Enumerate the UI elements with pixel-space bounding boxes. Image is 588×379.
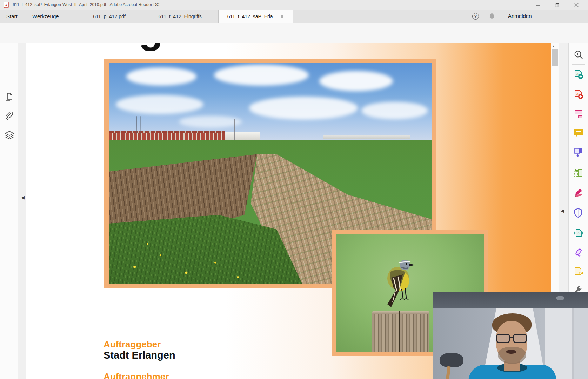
pdf-file-icon: A bbox=[4, 2, 9, 8]
glasses-left-lens-icon bbox=[496, 334, 510, 343]
crane-mast bbox=[234, 119, 235, 140]
yellow-wagtail-bird bbox=[377, 257, 419, 313]
rail-divider bbox=[572, 64, 585, 65]
help-icon[interactable]: ? bbox=[472, 13, 479, 20]
contractor-label: Auftragnehmer bbox=[103, 371, 169, 379]
export-pdf-icon[interactable]: A bbox=[574, 69, 583, 79]
help-glyph: ? bbox=[474, 14, 477, 19]
restore-button[interactable] bbox=[549, 0, 565, 10]
page-thumbnails-icon[interactable] bbox=[5, 93, 14, 102]
protect-icon[interactable] bbox=[574, 208, 583, 218]
svg-text:A: A bbox=[577, 232, 580, 235]
doc-tab-3-label: 611_t_412_saP_Erla... bbox=[227, 14, 277, 19]
desk-lamp bbox=[440, 353, 463, 367]
sign-pen-icon[interactable] bbox=[574, 248, 583, 258]
doc-tab-1[interactable]: 611_p_412.pdf bbox=[73, 10, 146, 23]
clipped-heading-text: g bbox=[139, 43, 163, 49]
tab-werkzeuge-label: Werkzeuge bbox=[32, 13, 59, 19]
acrobat-window: { "titlebar": { "title": "611_t_412_saP_… bbox=[0, 0, 588, 379]
attachments-icon[interactable] bbox=[5, 111, 14, 120]
comment-tool-icon[interactable] bbox=[574, 129, 583, 139]
scrollbar-up-icon[interactable]: ▴ bbox=[553, 44, 555, 48]
zoom-tools-icon[interactable] bbox=[574, 50, 583, 60]
client-name: Stadt Erlangen bbox=[103, 350, 175, 361]
main-toolbar: / 55 134% ▾ ▾ Freigeben bbox=[0, 23, 588, 43]
tab-werkzeuge[interactable]: Werkzeuge bbox=[31, 10, 60, 23]
power-pylon bbox=[136, 116, 141, 134]
white-buildings bbox=[225, 132, 260, 140]
doc-tab-1-label: 611_p_412.pdf bbox=[93, 14, 125, 19]
person-mouth bbox=[506, 350, 516, 354]
tab-start[interactable]: Start bbox=[5, 10, 19, 23]
compress-pdf-icon[interactable]: A bbox=[574, 228, 583, 238]
edit-pdf-icon[interactable] bbox=[574, 109, 583, 119]
tab-close-icon[interactable] bbox=[280, 15, 284, 18]
webcam-ceiling bbox=[433, 292, 588, 308]
notifications-bell-icon[interactable] bbox=[488, 13, 495, 20]
webcam-overlay bbox=[433, 292, 588, 379]
distant-buildings bbox=[323, 135, 410, 139]
webcam-wall-right bbox=[574, 306, 588, 379]
webcam-ceiling-lamp bbox=[556, 296, 564, 300]
collapse-left-panel-icon[interactable]: ◀ bbox=[21, 195, 25, 200]
window-title: 611_t_412_saP_Erlangen-West_II_April_201… bbox=[13, 2, 160, 7]
left-panel-rail bbox=[0, 43, 19, 379]
tab-start-label: Start bbox=[6, 13, 18, 19]
doc-tab-3-active[interactable]: 611_t_412_saP_Erla... bbox=[218, 10, 293, 23]
tab-bar: Start Werkzeuge 611_p_412.pdf 611_t_412_… bbox=[0, 10, 588, 23]
doc-tab-2-label: 611_t_412_Eingriffs... bbox=[159, 14, 206, 19]
collapse-right-panel-icon[interactable]: ◀ bbox=[561, 208, 564, 213]
svg-text:A: A bbox=[576, 92, 579, 95]
wooden-post bbox=[372, 311, 429, 352]
glasses-bridge bbox=[510, 337, 513, 338]
close-button[interactable] bbox=[568, 0, 584, 10]
svg-text:A: A bbox=[5, 4, 7, 6]
svg-text:A: A bbox=[576, 72, 579, 75]
signin-link[interactable]: Anmelden bbox=[508, 13, 532, 19]
scrollbar-thumb[interactable] bbox=[552, 49, 558, 66]
doc-tab-2[interactable]: 611_t_412_Eingriffs... bbox=[146, 10, 218, 23]
title-bar: A 611_t_412_saP_Erlangen-West_II_April_2… bbox=[0, 0, 588, 10]
minimize-button[interactable] bbox=[530, 0, 546, 10]
create-pdf-icon[interactable]: A bbox=[574, 89, 583, 99]
combine-files-icon[interactable] bbox=[574, 147, 583, 157]
layers-icon[interactable] bbox=[5, 131, 14, 140]
request-signatures-icon[interactable] bbox=[574, 267, 583, 277]
village-houses bbox=[109, 133, 225, 140]
client-label: Auftraggeber bbox=[103, 339, 161, 350]
organize-pages-icon[interactable] bbox=[574, 168, 583, 178]
redact-icon[interactable] bbox=[574, 188, 583, 198]
glasses-right-lens-icon bbox=[513, 334, 527, 343]
